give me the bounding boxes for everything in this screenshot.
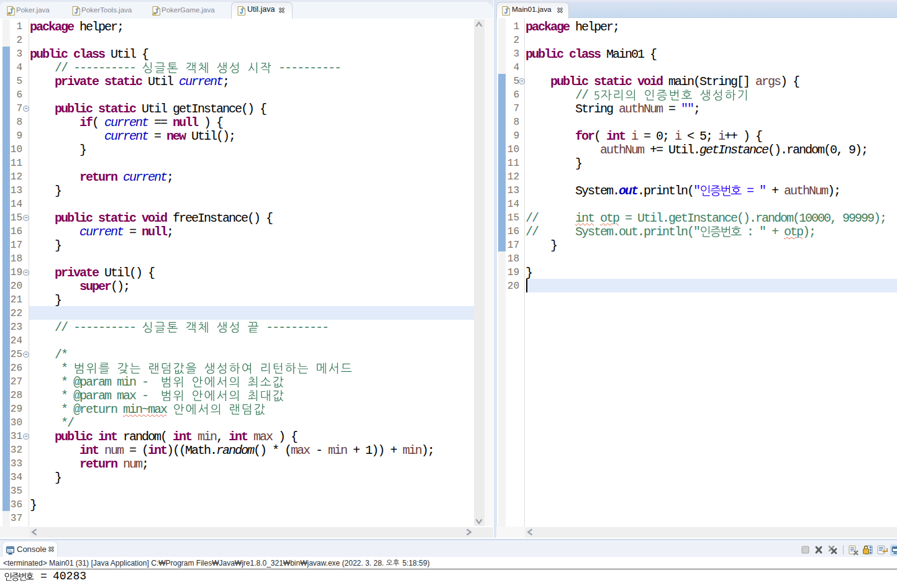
svg-text:J: J (504, 7, 508, 15)
svg-text:J: J (74, 7, 78, 15)
svg-text:J: J (239, 7, 243, 15)
